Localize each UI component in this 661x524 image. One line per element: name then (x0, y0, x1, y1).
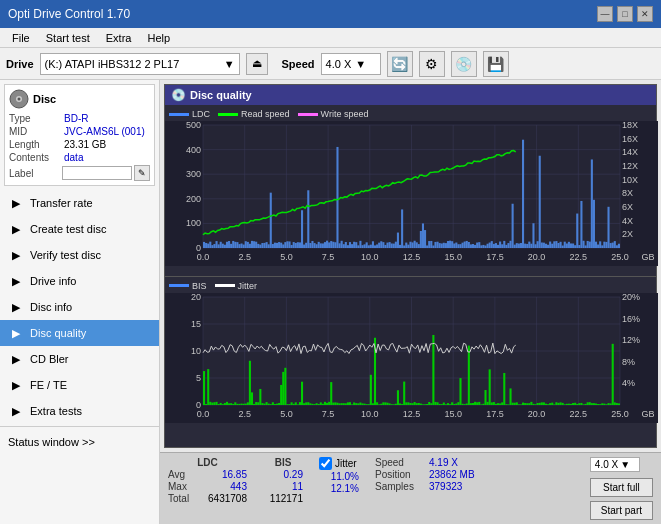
drive-info-icon: ▶ (8, 273, 24, 289)
ldc-color-swatch (169, 113, 189, 116)
total-bis-value: 112171 (263, 493, 303, 504)
sidebar-item-drive-info[interactable]: ▶ Drive info (0, 268, 159, 294)
avg-bis-value: 0.29 (263, 469, 303, 480)
create-test-disc-icon: ▶ (8, 221, 24, 237)
fe-te-icon: ▶ (8, 377, 24, 393)
sidebar-item-disc-quality[interactable]: ▶ Disc quality (0, 320, 159, 346)
disc-mid-value: JVC-AMS6L (001) (64, 126, 150, 137)
samples-row: Samples 379323 (375, 481, 475, 492)
menu-file[interactable]: File (4, 30, 38, 46)
sidebar-item-label: Create test disc (30, 223, 106, 235)
speed-dropdown-value: 4.0 X (595, 459, 618, 470)
max-bis-value: 11 (263, 481, 303, 492)
position-label: Position (375, 469, 425, 480)
main-layout: Disc Type BD-R MID JVC-AMS6L (001) Lengt… (0, 80, 661, 524)
menu-extra[interactable]: Extra (98, 30, 140, 46)
jitter-checkbox[interactable] (319, 457, 332, 470)
ldc-legend: LDC (169, 109, 210, 119)
speed-value: 4.0 X (326, 58, 352, 70)
sidebar-item-label: Disc info (30, 301, 72, 313)
extra-tests-icon: ▶ (8, 403, 24, 419)
minimize-button[interactable]: — (597, 6, 613, 22)
jitter-section: Jitter 11.0% 12.1% (319, 457, 359, 494)
panel-title-icon: 💿 (171, 88, 186, 102)
disc-label-input[interactable] (62, 166, 132, 180)
jitter-color-swatch (215, 284, 235, 287)
disc-panel-title: Disc (33, 93, 56, 105)
sidebar-item-label: Verify test disc (30, 249, 101, 261)
avg-jitter-value: 11.0% (319, 471, 359, 482)
settings-button[interactable]: ⚙ (419, 51, 445, 77)
max-ldc-row: Max 443 (168, 481, 247, 492)
disc-contents-value: data (64, 152, 150, 163)
bis-legend: BIS (169, 281, 207, 291)
refresh-button[interactable]: 🔄 (387, 51, 413, 77)
drive-selector[interactable]: (K:) ATAPI iHBS312 2 PL17 ▼ (40, 53, 240, 75)
samples-label: Samples (375, 481, 425, 492)
drive-dropdown-arrow[interactable]: ▼ (224, 58, 235, 70)
sidebar-item-fe-te[interactable]: ▶ FE / TE (0, 372, 159, 398)
disc-type-label: Type (9, 113, 64, 124)
maximize-button[interactable]: □ (617, 6, 633, 22)
max-ldc-value: 443 (207, 481, 247, 492)
chart1-container: LDC Read speed Write speed (165, 105, 656, 276)
disc-quality-icon: ▶ (8, 325, 24, 341)
total-bis-row: 112171 (263, 493, 303, 504)
speed-dropdown-arrow: ▼ (620, 459, 630, 470)
panel-title: Disc quality (190, 89, 252, 101)
speed-stat-value: 4.19 X (429, 457, 458, 468)
speed-label: Speed (282, 58, 315, 70)
ldc-legend-label: LDC (192, 109, 210, 119)
stats-area: LDC Avg 16.85 Max 443 Total 6431708 BIS … (160, 452, 661, 524)
avg-ldc-value: 16.85 (207, 469, 247, 480)
sidebar-item-create-test-disc[interactable]: ▶ Create test disc (0, 216, 159, 242)
window-controls: — □ ✕ (597, 6, 653, 22)
disc-length-row: Length 23.31 GB (9, 139, 150, 150)
menu-start-test[interactable]: Start test (38, 30, 98, 46)
title-bar: Opti Drive Control 1.70 — □ ✕ (0, 0, 661, 28)
chart2-container: BIS Jitter (165, 277, 656, 448)
disc-button[interactable]: 💿 (451, 51, 477, 77)
sidebar-item-transfer-rate[interactable]: ▶ Transfer rate (0, 190, 159, 216)
jitter-legend: Jitter (215, 281, 258, 291)
start-full-button[interactable]: Start full (590, 478, 653, 497)
ldc-stats-header: LDC (168, 457, 247, 468)
label-edit-button[interactable]: ✎ (134, 165, 150, 181)
drive-label: Drive (6, 58, 34, 70)
speed-selector[interactable]: 4.0 X ▼ (321, 53, 381, 75)
eject-button[interactable]: ⏏ (246, 53, 268, 75)
sidebar-item-verify-test-disc[interactable]: ▶ Verify test disc (0, 242, 159, 268)
disc-quality-panel: 💿 Disc quality LDC Read speed (164, 84, 657, 448)
content-area: 💿 Disc quality LDC Read speed (160, 80, 661, 524)
speed-dropdown-arrow[interactable]: ▼ (355, 58, 366, 70)
total-ldc-row: Total 6431708 (168, 493, 247, 504)
verify-test-disc-icon: ▶ (8, 247, 24, 263)
speed-dropdown[interactable]: 4.0 X ▼ (590, 457, 640, 472)
menu-help[interactable]: Help (139, 30, 178, 46)
start-part-button[interactable]: Start part (590, 501, 653, 520)
drive-bar: Drive (K:) ATAPI iHBS312 2 PL17 ▼ ⏏ Spee… (0, 48, 661, 80)
disc-icon (9, 89, 29, 109)
stats-col-ldc: LDC Avg 16.85 Max 443 Total 6431708 (168, 457, 247, 504)
disc-length-value: 23.31 GB (64, 139, 150, 150)
max-label: Max (168, 481, 203, 492)
buttons-section: 4.0 X ▼ Start full Start part (590, 457, 653, 520)
max-jitter-row: 12.1% (319, 483, 359, 494)
sidebar-item-disc-info[interactable]: ▶ Disc info (0, 294, 159, 320)
sidebar-item-status-window[interactable]: Status window >> (0, 429, 159, 455)
speed-stat-label: Speed (375, 457, 425, 468)
panel-title-bar: 💿 Disc quality (165, 85, 656, 105)
sidebar-item-cd-bler[interactable]: ▶ CD Bler (0, 346, 159, 372)
total-label: Total (168, 493, 203, 504)
sidebar-item-extra-tests[interactable]: ▶ Extra tests (0, 398, 159, 424)
save-button[interactable]: 💾 (483, 51, 509, 77)
position-row: Position 23862 MB (375, 469, 475, 480)
disc-info-icon: ▶ (8, 299, 24, 315)
sidebar-item-label: FE / TE (30, 379, 67, 391)
jitter-checkbox-row[interactable]: Jitter (319, 457, 359, 470)
jitter-legend-label: Jitter (238, 281, 258, 291)
disc-panel: Disc Type BD-R MID JVC-AMS6L (001) Lengt… (4, 84, 155, 186)
read-speed-legend: Read speed (218, 109, 290, 119)
close-button[interactable]: ✕ (637, 6, 653, 22)
bis-stats-header: BIS (263, 457, 303, 468)
